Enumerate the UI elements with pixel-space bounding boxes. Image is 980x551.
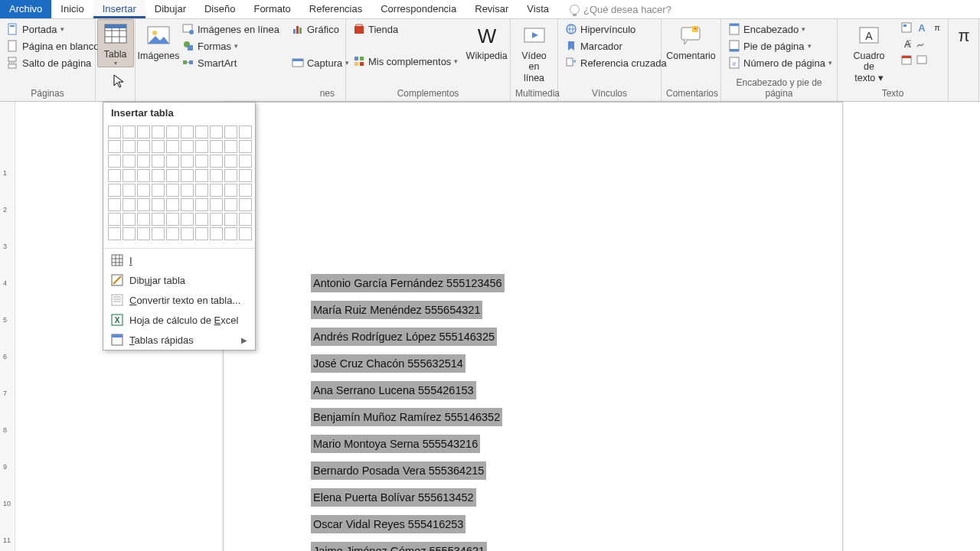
grid-cell[interactable] [224, 213, 237, 226]
grid-cell[interactable] [239, 126, 252, 139]
grid-cell[interactable] [166, 184, 179, 197]
selected-text-line[interactable]: José Cruz Chacón 555632514 [311, 354, 466, 373]
page-break-button[interactable]: Salto de página [5, 55, 101, 70]
footer-button[interactable]: Pie de página [726, 38, 835, 54]
grid-cell[interactable] [108, 140, 121, 153]
grid-cell[interactable] [108, 198, 121, 211]
selected-text-line[interactable]: Bernardo Posada Vera 555364215 [311, 461, 486, 480]
textbox-button[interactable]: A Cuadro detexto ▾ [842, 21, 896, 83]
grid-cell[interactable] [166, 140, 179, 153]
grid-cell[interactable] [152, 198, 165, 211]
grid-cell[interactable] [181, 184, 194, 197]
selected-text-line[interactable]: María Ruiz Menéndez 555654321 [311, 301, 482, 319]
quick-tables-menuitem[interactable]: Tablas rápidas ▶ [103, 330, 255, 350]
grid-cell[interactable] [210, 155, 223, 168]
grid-cell[interactable] [181, 198, 194, 211]
grid-cell[interactable] [195, 126, 208, 139]
grid-cell[interactable] [108, 155, 121, 168]
grid-cell[interactable] [166, 169, 179, 182]
store-button[interactable]: Tienda [351, 21, 460, 37]
equation-button[interactable]: π [946, 21, 981, 49]
grid-cell[interactable] [166, 126, 179, 139]
grid-cell[interactable] [108, 184, 121, 197]
grid-cell[interactable] [181, 155, 194, 168]
grid-cell[interactable] [181, 169, 194, 182]
grid-cell[interactable] [152, 169, 165, 182]
grid-cell[interactable] [239, 155, 252, 168]
grid-cell[interactable] [137, 169, 150, 182]
grid-cell[interactable] [210, 184, 223, 197]
grid-cell[interactable] [137, 140, 150, 153]
comment-button[interactable]: + Comentario [666, 21, 716, 61]
grid-cell[interactable] [239, 227, 252, 240]
grid-cell[interactable] [195, 198, 208, 211]
convert-text-menuitem[interactable]: Convertir texto en tabla... [103, 290, 255, 310]
grid-cell[interactable] [195, 227, 208, 240]
grid-cell[interactable] [224, 155, 237, 168]
grid-cell[interactable] [122, 169, 136, 182]
my-addins-button[interactable]: Mis complementos [351, 54, 460, 69]
selected-text-line[interactable]: Antonio García Fernández 555123456 [311, 274, 505, 292]
dropcap-icon[interactable]: A [900, 37, 913, 50]
grid-cell[interactable] [195, 155, 208, 168]
grid-cell[interactable] [224, 227, 237, 240]
grid-cell[interactable] [152, 155, 165, 168]
document-content[interactable]: Antonio García Fernández 555123456María … [311, 274, 505, 551]
grid-cell[interactable] [166, 155, 179, 168]
selected-text-line[interactable]: Ana Serrano Lucena 555426153 [311, 381, 476, 399]
grid-cell[interactable] [181, 227, 194, 240]
grid-cell[interactable] [210, 140, 223, 153]
tab-view[interactable]: Vista [518, 0, 558, 18]
draw-table-menuitem[interactable]: Dibujar tabla [103, 270, 255, 290]
grid-cell[interactable] [195, 213, 208, 226]
grid-cell[interactable] [239, 198, 252, 211]
grid-cell[interactable] [152, 126, 165, 139]
grid-cell[interactable] [152, 213, 165, 226]
grid-cell[interactable] [239, 184, 252, 197]
grid-cell[interactable] [166, 213, 179, 226]
tab-draw[interactable]: Dibujar [145, 0, 195, 18]
grid-cell[interactable] [195, 140, 208, 153]
grid-cell[interactable] [195, 184, 208, 197]
grid-cell[interactable] [122, 126, 136, 139]
equation-mini-icon[interactable]: π [931, 21, 943, 34]
grid-cell[interactable] [137, 155, 150, 168]
tab-review[interactable]: Revisar [466, 0, 518, 18]
cover-page-button[interactable]: Portada [5, 21, 101, 37]
tell-me[interactable]: ¿Qué desea hacer? [570, 4, 671, 15]
grid-cell[interactable] [166, 198, 179, 211]
smartart-button[interactable]: SmartArt [180, 55, 282, 70]
grid-cell[interactable] [166, 227, 179, 240]
tab-design[interactable]: Diseño [195, 0, 244, 18]
grid-cell[interactable] [210, 227, 223, 240]
grid-cell[interactable] [210, 198, 223, 211]
grid-cell[interactable] [181, 140, 194, 153]
grid-cell[interactable] [108, 227, 121, 240]
grid-cell[interactable] [181, 126, 194, 139]
hyperlink-button[interactable]: Hipervínculo [563, 21, 669, 37]
grid-cell[interactable] [239, 140, 252, 153]
tab-references[interactable]: Referencias [300, 0, 371, 18]
grid-cell[interactable] [210, 169, 223, 182]
grid-cell[interactable] [224, 140, 237, 153]
signature-icon[interactable] [916, 37, 928, 50]
grid-cell[interactable] [152, 184, 165, 197]
tab-home[interactable]: Inicio [51, 0, 93, 18]
datetime-icon[interactable] [900, 54, 913, 66]
tab-format[interactable]: Formato [244, 0, 299, 18]
bookmark-button[interactable]: Marcador [563, 38, 669, 54]
selected-text-line[interactable]: Andrés Rodríguez López 555146325 [311, 328, 497, 346]
grid-cell[interactable] [122, 198, 136, 211]
grid-cell[interactable] [224, 184, 237, 197]
chart-button[interactable]: Gráfico [289, 21, 351, 37]
grid-cell[interactable] [239, 169, 252, 182]
table-size-grid[interactable] [103, 123, 255, 246]
grid-cell[interactable] [239, 213, 252, 226]
grid-cell[interactable] [210, 213, 223, 226]
grid-cell[interactable] [137, 213, 150, 226]
grid-cell[interactable] [122, 140, 136, 153]
online-video-button[interactable]: Vídeoen línea [515, 21, 553, 83]
tab-file[interactable]: Archivo [0, 0, 51, 18]
grid-cell[interactable] [108, 126, 121, 139]
page-number-button[interactable]: # Número de página [726, 55, 835, 70]
